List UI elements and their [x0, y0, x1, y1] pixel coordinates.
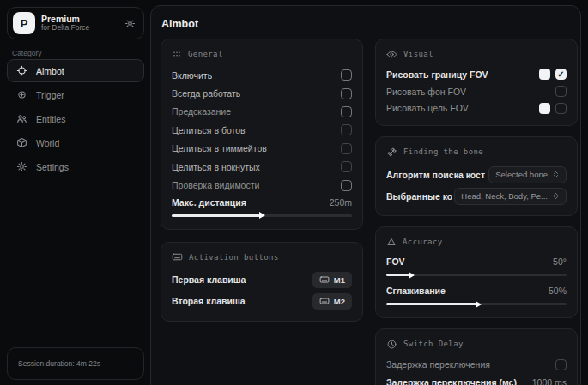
toggle-row: Целиться в ботов [172, 121, 352, 139]
toggle-label: Проверка видимости [172, 180, 259, 190]
slider-row: Задержка переключения (мс) 1000 ms [386, 375, 567, 385]
sidebar-item-label: Aimbot [36, 66, 64, 76]
slider-label: FOV [386, 256, 405, 267]
visual-row: Рисовать границу FOV [386, 66, 567, 83]
sidebar-item-aimbot[interactable]: Aimbot [7, 59, 144, 82]
panel-title: Accuracy [403, 238, 443, 246]
brand-text: Premium for Delta Force [41, 14, 118, 33]
panel-general-header: General [172, 48, 352, 60]
sidebar: P Premium for Delta Force Category Aimbo… [0, 0, 150, 385]
slider-fill[interactable] [386, 274, 409, 276]
clock-icon [386, 339, 397, 350]
session-duration-text: Session duration: 4m 22s [18, 359, 100, 368]
keybind-button[interactable]: M2 [312, 293, 352, 310]
content-card: Aimbot General Включить Всегда работать … [150, 5, 581, 385]
sidebar-item-world[interactable]: World [7, 131, 144, 154]
left-column: General Включить Всегда работать Предска… [161, 39, 363, 322]
gear-icon[interactable] [124, 18, 136, 29]
toggle-row: Всегда работать [172, 84, 352, 102]
panel-title: Visual [403, 50, 433, 58]
panel-switch-delay: Switch Delay Задержка переключения Задер… [375, 328, 578, 385]
toggle-label: Всегда работать [172, 88, 240, 99]
panel-visual: Visual Рисовать границу FOV Рисовать фон… [375, 39, 578, 126]
panel-title: Activation buttons [189, 253, 279, 262]
keyboard-icon [172, 251, 183, 262]
slider-value: 1000 ms [532, 377, 567, 385]
checkbox[interactable] [341, 69, 352, 81]
aimbot-crosshair-icon [16, 65, 27, 76]
dropdown-value: Selected bone [495, 170, 548, 179]
slider-fill[interactable] [386, 303, 476, 305]
panel-bone-header: Finding the bone [386, 146, 567, 158]
panel-title: Finding the bone [403, 147, 483, 156]
sidebar-item-settings[interactable]: Settings [7, 155, 144, 178]
slider-group: Сглаживание 50% [386, 283, 567, 305]
keybind-row: Первая клавиша M1 [172, 269, 352, 291]
entities-users-icon [16, 113, 27, 124]
sidebar-nav: Aimbot Trigger Entities World Settings [7, 59, 144, 178]
slider-row: Макс. дистанция 250m [172, 195, 352, 210]
toggle-label: Целиться в нокнутых [172, 162, 260, 172]
fov-slider[interactable] [386, 274, 567, 276]
checkbox[interactable] [341, 180, 352, 191]
visual-label: Рисовать цель FOV [386, 103, 469, 113]
checkbox[interactable] [341, 106, 352, 117]
brand-card: P Premium for Delta Force [7, 7, 144, 39]
color-swatch[interactable] [539, 69, 550, 80]
triangle-icon [386, 237, 397, 247]
keybind-label: Вторая клавиша [172, 296, 246, 306]
panel-title: Switch Delay [403, 340, 464, 348]
keyboard-icon [319, 274, 330, 285]
panel-switch-delay-header: Switch Delay [386, 338, 567, 350]
slider-row: Сглаживание 50% [386, 283, 567, 298]
checkbox[interactable] [555, 359, 567, 370]
max-distance-slider[interactable] [172, 214, 352, 217]
slider-label: Задержка переключения (мс) [386, 377, 517, 385]
slider-value: 50° [553, 256, 567, 267]
checkbox[interactable] [555, 86, 567, 97]
slider-value: 250m [330, 197, 352, 208]
panel-activation-buttons: Activation buttons Первая клавиша M1 Вто… [161, 242, 363, 322]
keybind-button[interactable]: M1 [312, 272, 352, 288]
checkbox[interactable] [555, 69, 567, 80]
bone-algorithm-select[interactable]: Selected bone [488, 166, 567, 183]
checkbox[interactable] [341, 124, 352, 135]
checkbox[interactable] [341, 88, 352, 99]
checkbox[interactable] [555, 103, 567, 114]
checkbox[interactable] [341, 161, 352, 172]
color-swatch[interactable] [539, 103, 550, 114]
slider-fill[interactable] [172, 214, 260, 217]
session-duration-card: Session duration: 4m 22s [7, 347, 144, 380]
visual-row: Рисовать цель FOV [386, 100, 567, 117]
keybind-row: Вторая клавиша M2 [172, 291, 352, 312]
selected-bones-select[interactable]: Head, Neck, Body, Pe... [454, 188, 567, 205]
eye-icon [386, 49, 397, 60]
toggle-label: Задержка переключения [386, 359, 490, 370]
slider-label: Сглаживание [386, 286, 446, 296]
category-label: Category [12, 49, 42, 57]
unfold-chevrons-icon [552, 171, 560, 178]
slider-value: 50% [549, 286, 567, 296]
slider-group: FOV 50° [386, 254, 567, 276]
page-title: Aimbot [161, 18, 198, 30]
sidebar-item-label: Settings [36, 162, 69, 172]
brand-subtitle: for Delta Force [41, 24, 118, 33]
sidebar-item-trigger[interactable]: Trigger [7, 83, 144, 106]
panel-accuracy-header: Accuracy [386, 236, 567, 248]
panel-general: General Включить Всегда работать Предска… [161, 39, 363, 230]
checkbox[interactable] [341, 143, 352, 154]
toggle-row: Целиться в тиммейтов [172, 140, 352, 158]
smoothing-slider[interactable] [386, 303, 567, 305]
visual-row: Рисовать фон FOV [386, 83, 567, 100]
panel-accuracy: Accuracy FOV 50° Сглаживание 50% [375, 226, 578, 318]
app-logo: P [13, 12, 35, 34]
panel-activation-header: Activation buttons [172, 251, 352, 263]
toggle-row: Предсказание [172, 103, 352, 121]
sidebar-item-label: Trigger [36, 90, 64, 100]
sidebar-item-entities[interactable]: Entities [7, 107, 144, 130]
right-column: Visual Рисовать границу FOV Рисовать фон… [375, 39, 578, 385]
keybind-value: M2 [334, 297, 345, 306]
visual-label: Рисовать границу FOV [386, 69, 488, 80]
toggle-label: Целиться в ботов [172, 125, 246, 135]
slider-row: FOV 50° [386, 254, 567, 269]
